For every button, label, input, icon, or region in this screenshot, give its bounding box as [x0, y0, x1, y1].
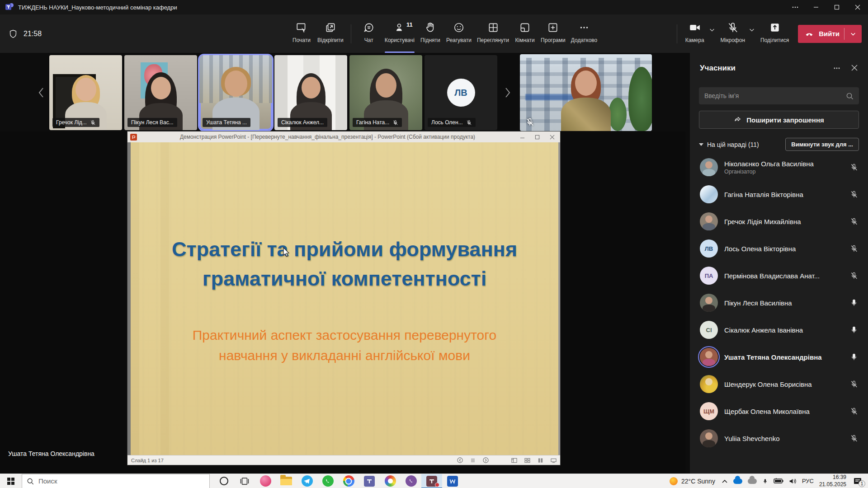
participant-search-input[interactable]: [704, 92, 846, 99]
ppt-next-slide-button[interactable]: [483, 457, 489, 463]
ppt-sorter-view-button[interactable]: [524, 458, 530, 463]
cloud-icon[interactable]: [748, 479, 757, 484]
minimize-button[interactable]: [806, 0, 826, 14]
mic-on-icon[interactable]: [850, 299, 858, 307]
mic-off-icon[interactable]: [850, 217, 858, 225]
camera-icon: [689, 21, 701, 34]
toolbar-start-share[interactable]: Почати: [288, 19, 315, 48]
participant-row-gagina[interactable]: Гагіна Наталія Вікторівна: [690, 181, 868, 208]
shield-icon[interactable]: [8, 28, 18, 39]
section-collapse-icon[interactable]: [699, 143, 703, 146]
telegram-button[interactable]: [297, 474, 317, 488]
panel-title: Учасники: [700, 64, 736, 73]
start-button[interactable]: [0, 474, 22, 488]
share-invite-button[interactable]: Поширити запрошення: [699, 111, 859, 129]
taskbar-search[interactable]: [22, 474, 210, 488]
video-tile-pikun[interactable]: Пікун Леся Вас...: [124, 55, 197, 130]
weather-widget[interactable]: 22°C Sunny: [670, 477, 715, 485]
mic-off-icon[interactable]: [850, 163, 858, 171]
teams-button[interactable]: [359, 474, 380, 488]
ppt-reading-view-button[interactable]: [538, 458, 543, 463]
more-window-options-icon[interactable]: [785, 0, 806, 14]
mic-chevron-icon[interactable]: [749, 27, 755, 33]
panel-close-icon[interactable]: [851, 64, 858, 72]
participant-row-shevchenko[interactable]: Yuliia Shevchenko: [690, 425, 868, 452]
maximize-button[interactable]: [826, 0, 847, 14]
toolbar-react[interactable]: Реагувати: [443, 19, 474, 48]
ppt-normal-view-button[interactable]: [511, 458, 517, 463]
battery-icon[interactable]: [774, 478, 783, 484]
participant-search[interactable]: [699, 87, 859, 104]
teams-active-button[interactable]: [421, 474, 442, 488]
toolbar-unpin[interactable]: Відкріпити: [315, 19, 346, 48]
viber-button[interactable]: [401, 474, 421, 488]
participant-row-shenderuk[interactable]: Шендерук Олена Борисівна: [690, 371, 868, 398]
participant-row-sikaliuk[interactable]: СІ Сікалюк Анжела Іванівна: [690, 316, 868, 343]
volume-icon[interactable]: [789, 478, 797, 484]
ppt-close-button[interactable]: [550, 135, 555, 140]
participant-row-ushata[interactable]: Ушата Тетяна Олександрівна: [690, 343, 868, 371]
participant-row-grechok[interactable]: Гречок Лідія Михайлівна: [690, 208, 868, 235]
toolbar-share[interactable]: Поділитися: [758, 19, 792, 48]
chat-icon: [363, 21, 375, 34]
video-tile-sikaliuk[interactable]: Сікалюк Анжел...: [274, 55, 347, 130]
language-indicator[interactable]: РУС: [802, 478, 814, 484]
ppt-minimize-button[interactable]: [520, 135, 525, 140]
participant-row-nikolaienko[interactable]: Ніколаєнко Ольга ВасилівнаОрганізатор: [690, 154, 868, 181]
strip-scroll-left[interactable]: [35, 87, 47, 99]
leave-chevron-icon[interactable]: [849, 31, 861, 37]
file-explorer-button[interactable]: [276, 474, 297, 488]
app-pink-swirl-button[interactable]: [255, 474, 276, 488]
toolbar-apps[interactable]: Програми: [538, 19, 568, 48]
toolbar-rooms[interactable]: Кімнати: [512, 19, 538, 48]
action-center-button[interactable]: 1: [852, 476, 863, 486]
spotlight-video-tile[interactable]: [520, 54, 652, 131]
clock[interactable]: 16:39 21.05.2025: [819, 474, 846, 488]
mute-all-button[interactable]: Вимкнути звук для ...: [785, 138, 859, 151]
whatsapp-button[interactable]: [317, 474, 338, 488]
toolbar-raise-hand[interactable]: Підняти: [417, 19, 443, 48]
panel-more-icon[interactable]: [833, 64, 841, 72]
toolbar-microphone[interactable]: Мікрофон: [718, 19, 748, 48]
mic-off-icon[interactable]: [850, 380, 858, 388]
share-invite-icon: [734, 116, 742, 124]
ppt-slideshow-button[interactable]: [551, 458, 557, 463]
toolbar-participants[interactable]: 11 Користувачі: [382, 19, 417, 48]
participant-row-los[interactable]: ЛВ Лось Олена Вікторівна: [690, 235, 868, 262]
camera-chevron-icon[interactable]: [709, 27, 715, 33]
video-tile-gagina[interactable]: Гагіна Ната...: [349, 55, 422, 130]
toolbar-chat[interactable]: Чат: [356, 19, 382, 48]
word-button[interactable]: [442, 474, 463, 488]
toolbar-camera[interactable]: Камера: [682, 19, 708, 48]
cortana-button[interactable]: [213, 474, 234, 488]
ppt-prev-slide-button[interactable]: [457, 457, 463, 463]
close-button[interactable]: [847, 0, 868, 14]
participant-row-shcherbak[interactable]: ЩМ Щербак Олена Миколаївна: [690, 398, 868, 425]
mic-off-icon[interactable]: [850, 244, 858, 253]
video-tile-grechok[interactable]: Гречок Лід...: [49, 55, 122, 130]
strip-scroll-right[interactable]: [502, 87, 514, 99]
chrome-button[interactable]: [338, 474, 359, 488]
video-tile-ushata-active[interactable]: Ушата Тетяна ...: [199, 55, 272, 130]
ppt-menu-button[interactable]: [470, 458, 476, 463]
tray-mic-icon[interactable]: [762, 478, 768, 485]
photos-icon: [385, 475, 396, 487]
mic-off-icon[interactable]: [850, 272, 858, 280]
participant-row-pikun[interactable]: Пікун Леся Василівна: [690, 289, 868, 316]
leave-button[interactable]: Вийти: [798, 25, 862, 43]
mic-off-icon[interactable]: [850, 190, 858, 198]
photos-button[interactable]: [380, 474, 401, 488]
ppt-maximize-button[interactable]: [535, 135, 540, 140]
toolbar-view[interactable]: Переглянути: [474, 19, 512, 48]
task-view-button[interactable]: [234, 474, 255, 488]
mic-on-icon[interactable]: [850, 353, 858, 361]
taskbar-search-input[interactable]: [38, 477, 205, 485]
mic-on-icon[interactable]: [850, 326, 858, 334]
mic-off-icon[interactable]: [850, 434, 858, 442]
onedrive-icon[interactable]: [733, 479, 742, 484]
mic-off-icon[interactable]: [850, 407, 858, 415]
participant-row-perminova[interactable]: ПА Пермінова Владислава Анат...: [690, 262, 868, 289]
video-tile-los[interactable]: ЛВ Лось Олен...: [425, 55, 497, 130]
toolbar-more[interactable]: Додатково: [568, 19, 600, 48]
tray-expand-icon[interactable]: [722, 479, 728, 483]
